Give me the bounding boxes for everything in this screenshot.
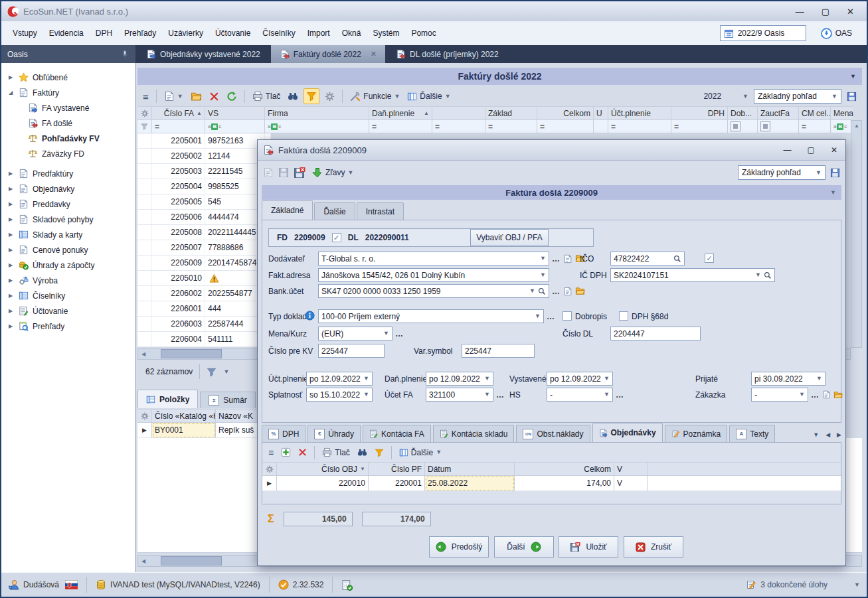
dialog-close-button[interactable]: ✕ bbox=[831, 145, 837, 155]
sidebar-item-cenove-ponuky[interactable]: ▶Cenové ponuky bbox=[1, 242, 135, 258]
filter-button[interactable] bbox=[373, 445, 386, 460]
document-icon[interactable] bbox=[563, 254, 572, 263]
column-header-zaklad[interactable]: Základ bbox=[485, 106, 537, 120]
print-button[interactable]: Tlač bbox=[320, 445, 352, 460]
search-icon[interactable] bbox=[764, 271, 772, 279]
filter-cislo-fa[interactable]: = bbox=[152, 120, 205, 133]
dialog-view-selector[interactable]: Základný pohľad▼ bbox=[738, 165, 825, 180]
ellipsis-button[interactable]: … bbox=[616, 390, 624, 400]
tab-zakladne[interactable]: Základné bbox=[262, 200, 313, 220]
ellipsis-button[interactable]: … bbox=[395, 329, 404, 338]
grid-vertical-scrollbar[interactable]: ▲ bbox=[851, 120, 862, 348]
table-row[interactable]: 220500198752163 bbox=[137, 133, 271, 149]
new-record-button[interactable]: ▼ bbox=[162, 89, 185, 104]
column-header-cislo-katalog[interactable]: Číslo «Katalóg «K... bbox=[152, 409, 216, 423]
column-header-u[interactable]: U bbox=[594, 106, 608, 120]
print-button[interactable]: Tlač bbox=[250, 89, 283, 104]
tab-faktury-dosle[interactable]: Faktúry došlé 2022 ✕ bbox=[271, 45, 385, 63]
bank-ucet-field[interactable]: SK47 0200 0000 0033 1250 1959▼ bbox=[318, 284, 549, 298]
filter-funnel-icon[interactable] bbox=[207, 366, 217, 376]
dobropis-checkbox[interactable] bbox=[563, 311, 572, 321]
refresh-button[interactable] bbox=[224, 89, 239, 104]
next-button[interactable]: Ďalší bbox=[494, 536, 554, 558]
oas-button[interactable]: OAS bbox=[821, 28, 852, 39]
sidebar-item-vyroba[interactable]: ▶Výroba bbox=[1, 273, 135, 288]
folder-icon[interactable] bbox=[575, 286, 585, 296]
subtab-kontacia-fa[interactable]: Kontácia FA bbox=[363, 425, 431, 442]
chevron-down-icon[interactable]: ▼ bbox=[850, 74, 856, 80]
column-header-dph[interactable]: DPH bbox=[671, 106, 728, 120]
filter-dph[interactable]: = bbox=[671, 120, 728, 133]
var-symbol-field[interactable]: 225447 bbox=[462, 344, 535, 358]
status-tasks[interactable]: 3 dokončené úlohy ▼ bbox=[746, 579, 860, 590]
open-button[interactable] bbox=[189, 89, 204, 104]
ellipsis-button[interactable]: … bbox=[552, 287, 561, 296]
save-view-button[interactable] bbox=[845, 89, 859, 104]
sidebar-item-pohladavky-fv[interactable]: Pohľadávky FV bbox=[1, 131, 135, 146]
document-icon[interactable] bbox=[563, 287, 572, 296]
expander-icon[interactable]: ▶ bbox=[7, 232, 15, 238]
mena-kurz-field[interactable]: (EUR)▼ bbox=[318, 327, 392, 340]
ellipsis-button[interactable]: … bbox=[496, 390, 505, 400]
vystavene-field[interactable]: po 12.09.2022▼ bbox=[547, 372, 613, 386]
column-header-celkom[interactable]: Celkom bbox=[537, 106, 594, 120]
tab-dl-dosle[interactable]: DL došlé (príjemky) 2022 bbox=[387, 45, 507, 63]
expander-icon[interactable]: ▶ bbox=[7, 74, 15, 80]
menu-grip-icon[interactable]: ≡ bbox=[141, 89, 151, 104]
menu-uctovanie[interactable]: Účtovanie bbox=[209, 26, 256, 40]
subtab-kontacia-skladu[interactable]: Kontácia skladu bbox=[433, 425, 515, 442]
expander-icon[interactable]: ▶ bbox=[7, 216, 15, 222]
chevron-down-icon[interactable]: ▼ bbox=[854, 582, 860, 588]
column-header-datum[interactable]: Dátum bbox=[425, 462, 515, 476]
column-header-cislo-obj[interactable]: Číslo OBJ▼ bbox=[277, 462, 369, 476]
expander-icon[interactable]: ▶ bbox=[7, 323, 15, 329]
column-header-firma[interactable]: Firma bbox=[265, 106, 369, 120]
sidebar-item-uctovanie[interactable]: ▶Účtovanie bbox=[1, 303, 135, 319]
cancel-button[interactable]: Zrušiť bbox=[624, 536, 683, 558]
search-icon[interactable] bbox=[538, 287, 546, 295]
column-header-mena[interactable]: Mena bbox=[831, 106, 853, 120]
uct-plnenie-field[interactable]: po 12.09.2022▼ bbox=[306, 372, 373, 386]
view-selector[interactable]: Základný pohľad▼ bbox=[754, 89, 841, 104]
menu-evidencia[interactable]: Evidencia bbox=[43, 26, 90, 40]
sidebar-item-oblubene[interactable]: ▶Obľúbené bbox=[1, 70, 135, 85]
filter-uct-plnenie[interactable]: = bbox=[608, 120, 671, 133]
grid-settings-cell[interactable] bbox=[262, 462, 277, 476]
filter-zaklad[interactable]: = bbox=[485, 120, 537, 133]
tab-sumar[interactable]: Σ Sumár bbox=[200, 392, 255, 408]
add-row-button[interactable] bbox=[279, 445, 293, 460]
grid-settings-cell[interactable] bbox=[137, 106, 152, 120]
table-row[interactable]: 2206001444 bbox=[137, 301, 271, 317]
sidebar-item-skladove-pohyby[interactable]: ▶Skladové pohyby bbox=[1, 212, 135, 227]
pin-icon[interactable] bbox=[120, 50, 130, 59]
dph68d-checkbox[interactable] bbox=[619, 311, 628, 321]
filter-u[interactable] bbox=[594, 120, 608, 133]
menu-grip-icon[interactable]: ≡ bbox=[266, 445, 276, 460]
expander-icon[interactable]: ▶ bbox=[7, 262, 15, 268]
filter-pin-icon[interactable] bbox=[137, 120, 152, 133]
tab-dalsie[interactable]: Ďalšie bbox=[314, 202, 355, 220]
subtab-dropdown-icon[interactable]: ▼ bbox=[813, 431, 819, 438]
grid-settings-cell[interactable] bbox=[137, 409, 152, 423]
expander-icon[interactable]: ▶ bbox=[7, 201, 15, 207]
table-row[interactable]: 220500820221144445 bbox=[137, 225, 271, 240]
menu-uzavierky[interactable]: Uzávierky bbox=[162, 26, 209, 40]
previous-button[interactable]: Predošlý bbox=[429, 536, 489, 558]
subtab-texty[interactable]: ATexty bbox=[729, 425, 775, 442]
ellipsis-button[interactable]: … bbox=[811, 390, 820, 400]
filter-button[interactable] bbox=[304, 88, 319, 104]
search-icon[interactable] bbox=[673, 255, 681, 263]
search-button[interactable] bbox=[286, 89, 300, 104]
filter-blank[interactable]: = bbox=[432, 120, 485, 133]
maximize-button[interactable]: ▢ bbox=[822, 7, 829, 17]
ico-field[interactable]: 47822422 bbox=[610, 252, 685, 265]
menu-okna[interactable]: Okná bbox=[336, 26, 367, 40]
dialog-maximize-button[interactable]: ▢ bbox=[808, 145, 815, 155]
column-header-celkom[interactable]: Celkom bbox=[515, 462, 614, 476]
search-button[interactable] bbox=[355, 445, 369, 460]
typ-dokladu-field[interactable]: 100-00 Príjem externý▼ bbox=[318, 309, 544, 323]
menu-import[interactable]: Import bbox=[302, 26, 336, 40]
filter-dob[interactable] bbox=[728, 120, 758, 133]
ic-dph-field[interactable]: SK2024107151▼ bbox=[610, 268, 775, 282]
filter-firma[interactable]: aBc bbox=[265, 120, 369, 133]
